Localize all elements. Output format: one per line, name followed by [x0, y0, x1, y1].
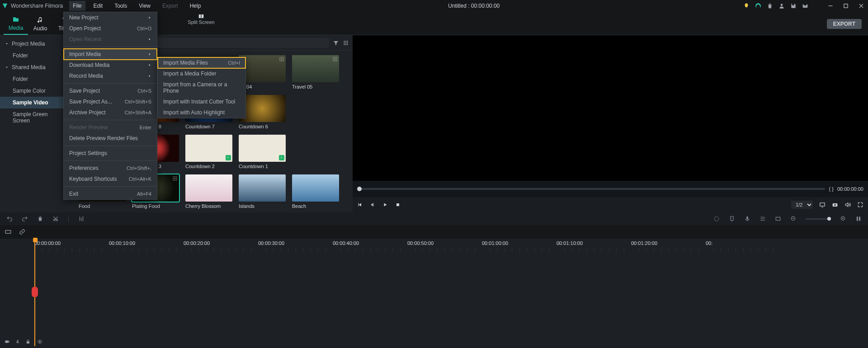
preview-scrubber[interactable]: [357, 188, 825, 190]
account-icon[interactable]: [778, 3, 785, 9]
monitor-icon[interactable]: [819, 202, 826, 208]
title-bar: Wondershare Filmora File Edit Tools View…: [0, 0, 868, 12]
color-icon[interactable]: [713, 216, 720, 222]
preview-screen[interactable]: [353, 35, 868, 181]
svg-point-30: [39, 341, 40, 343]
media-item-cd1[interactable]: Countdown 1: [239, 135, 288, 172]
menu-record-media[interactable]: Record Media: [64, 71, 157, 81]
clip-handle[interactable]: [32, 287, 38, 297]
menu-open-project[interactable]: Open ProjectCtrl+O: [64, 23, 157, 34]
menu-tools[interactable]: Tools: [111, 1, 131, 11]
mic-icon[interactable]: [744, 216, 750, 222]
audio-adjust-icon[interactable]: [78, 216, 85, 222]
menu-save-project-as[interactable]: Save Project As...Ctrl+Shift+S: [64, 96, 157, 107]
zoom-ratio-select[interactable]: 1/2: [791, 201, 813, 209]
menu-archive-project[interactable]: Archive ProjectCtrl+Shift+A: [64, 107, 157, 118]
support-icon[interactable]: [755, 3, 761, 9]
save-icon[interactable]: [790, 3, 797, 9]
timeline-tick: 00:00:30:00: [258, 240, 284, 246]
menu-edit[interactable]: Edit: [90, 1, 107, 11]
stop-button[interactable]: [395, 202, 401, 207]
mixer-icon[interactable]: [760, 216, 766, 222]
menu-new-project[interactable]: New Project: [64, 12, 157, 23]
play-button[interactable]: [382, 202, 388, 207]
download-icon[interactable]: [814, 3, 820, 9]
menu-view[interactable]: View: [135, 1, 154, 11]
delete-icon[interactable]: [37, 216, 43, 222]
eye-icon[interactable]: [37, 339, 42, 344]
svg-rect-14: [396, 203, 399, 206]
fullscreen-icon[interactable]: [857, 202, 863, 208]
file-menu-dropdown: New Project Open ProjectCtrl+O Open Rece…: [63, 12, 157, 200]
video-track-icon[interactable]: [5, 339, 10, 344]
prev-frame-button[interactable]: [357, 202, 363, 207]
window-maximize[interactable]: [841, 1, 851, 11]
submenu-import-cutter[interactable]: Import with Instant Cutter Tool: [158, 96, 245, 107]
submenu-import-files[interactable]: Import Media FilesCtrl+I: [158, 57, 245, 68]
timeline-tick: 00:00:50:00: [407, 240, 434, 246]
rewind-button[interactable]: [370, 202, 375, 207]
menu-keyboard-shortcuts[interactable]: Keyboard ShortcutsCtrl+Alt+K: [64, 174, 157, 184]
menu-exit[interactable]: ExitAlt+F4: [64, 188, 157, 199]
media-item-cherry[interactable]: Cherry Blossom: [185, 174, 234, 212]
submenu-import-camera[interactable]: Import from a Camera or a Phone: [158, 79, 245, 96]
svg-rect-29: [27, 342, 29, 344]
window-minimize[interactable]: [826, 1, 835, 11]
menu-file[interactable]: File: [69, 1, 85, 11]
timeline[interactable]: 00:00:00:0000:00:10:0000:00:20:0000:00:3…: [0, 239, 868, 346]
menu-project-settings[interactable]: Project Settings: [64, 148, 157, 159]
menu-download-media[interactable]: Download Media: [64, 60, 157, 71]
trash-icon[interactable]: [767, 3, 773, 9]
tab-audio[interactable]: Audio: [28, 13, 52, 35]
mail-icon[interactable]: [802, 3, 808, 9]
document-title: Untitled : 00:00:00:00: [204, 3, 743, 9]
media-item-cd6[interactable]: Countdown 6: [239, 95, 288, 132]
volume-icon[interactable]: [844, 202, 851, 208]
media-item-travel04[interactable]: vel 04: [239, 55, 288, 92]
undo-icon[interactable]: [6, 216, 13, 222]
menu-open-recent[interactable]: Open Recent: [64, 34, 157, 45]
media-item-beach[interactable]: Beach: [292, 174, 341, 212]
export-button[interactable]: EXPORT: [827, 19, 862, 29]
zoom-in-icon[interactable]: [840, 216, 846, 222]
lock-icon[interactable]: [25, 339, 31, 344]
menu-import-media[interactable]: Import Media: [64, 49, 157, 60]
cut-icon[interactable]: [52, 216, 59, 222]
zoom-slider[interactable]: [806, 218, 831, 220]
fit-icon[interactable]: [855, 216, 862, 222]
filter-icon[interactable]: [333, 40, 339, 46]
tab-media[interactable]: Media: [4, 13, 28, 35]
submenu-import-folder[interactable]: Import a Media Folder: [158, 68, 245, 79]
marker-icon[interactable]: [729, 216, 735, 222]
svg-rect-22: [776, 217, 780, 221]
menubar: File Edit Tools View Export Help: [69, 1, 204, 11]
media-item-travel05[interactable]: Travel 05: [292, 55, 341, 92]
bind-icon[interactable]: [5, 228, 12, 235]
svg-point-8: [344, 42, 344, 43]
frame-icon[interactable]: [775, 216, 781, 222]
timeline-ruler[interactable]: 00:00:00:0000:00:10:0000:00:20:0000:00:3…: [34, 239, 868, 252]
window-close[interactable]: [856, 1, 866, 11]
snapshot-icon[interactable]: [832, 202, 838, 208]
submenu-import-highlight[interactable]: Import with Auto Highlight: [158, 107, 245, 118]
menu-render-preview[interactable]: Render PreviewEnter: [64, 122, 157, 133]
redo-icon[interactable]: [22, 216, 28, 222]
tab-split-screen[interactable]: Split Screen: [185, 13, 217, 35]
menu-export[interactable]: Export: [159, 1, 182, 11]
media-item-cd2[interactable]: Countdown 2: [185, 135, 234, 172]
media-item-islands[interactable]: Islands: [239, 174, 288, 212]
tips-icon[interactable]: [743, 3, 750, 9]
svg-rect-25: [857, 216, 858, 221]
svg-point-5: [344, 41, 344, 42]
svg-point-20: [714, 216, 718, 221]
grid-view-icon[interactable]: [343, 40, 349, 46]
link-icon[interactable]: [19, 229, 25, 235]
timeline-options: [0, 225, 868, 239]
zoom-out-icon[interactable]: [790, 216, 797, 222]
menu-help[interactable]: Help: [186, 1, 205, 11]
menu-delete-preview[interactable]: Delete Preview Render Files: [64, 133, 157, 144]
timeline-footer: 4: [0, 337, 868, 346]
menu-preferences[interactable]: PreferencesCtrl+Shift+,: [64, 163, 157, 174]
menu-save-project[interactable]: Save ProjectCtrl+S: [64, 85, 157, 96]
svg-point-7: [347, 41, 348, 42]
